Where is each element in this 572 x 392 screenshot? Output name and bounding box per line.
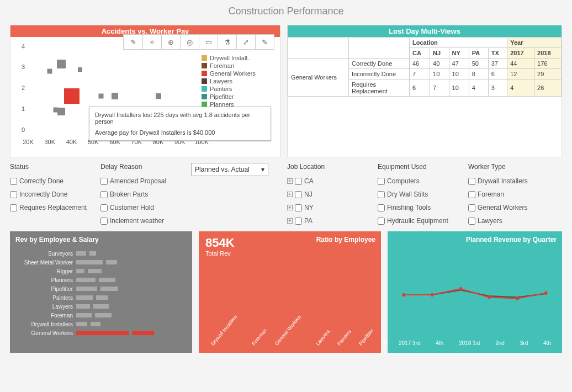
planned-rev-title: Planned Revenue by Quarter (466, 236, 557, 243)
multiview-title: Lost Day Multi-Views (288, 25, 562, 37)
jobloc-header: Job Location (287, 163, 370, 171)
expand-icon[interactable]: ⤢ (236, 35, 255, 49)
scatter-panel: Accidents vs. Worker Pay ✎ ✧ ⊕ ◎ ▭ ⚗ ⤢ ✎… (10, 25, 280, 157)
scatter-point[interactable] (47, 69, 52, 74)
multiview-panel: Lost Day Multi-Views Location Year CANJN… (287, 25, 562, 157)
status-checkbox[interactable]: Incorrectly Done (10, 190, 93, 198)
jobloc-item[interactable]: +NJ (287, 190, 370, 198)
planned-rev-tile: Planned Revenue by Quarter 2017 3rd4th20… (388, 231, 562, 353)
equip-header: Equipment Used (378, 163, 460, 171)
chevron-down-icon: ▾ (261, 166, 264, 173)
jobloc-item[interactable]: +CA (287, 177, 370, 185)
status-header: Status (10, 163, 93, 171)
svg-point-2 (459, 287, 462, 291)
delay-header: Delay Reason (100, 163, 183, 171)
svg-point-3 (488, 295, 491, 299)
svg-point-4 (516, 296, 520, 300)
jobloc-item[interactable]: +NY (287, 204, 370, 211)
worker-checkbox[interactable]: Lawyers (468, 217, 551, 225)
equip-checkbox[interactable]: Finishing Tools (378, 204, 460, 211)
scatter-y-axis: 0 1 2 3 4 (14, 41, 27, 136)
delay-checkbox[interactable]: Inclement weather (100, 217, 183, 225)
metric-dropdown[interactable]: Planned vs. Actual▾ (191, 163, 268, 176)
ratio-tile: 854K Total Rev Ratio by Employee Drywall… (199, 231, 381, 353)
ratio-title: Ratio by Employee (316, 236, 375, 243)
delay-checkbox[interactable]: Broken Parts (100, 190, 183, 198)
scatter-plot[interactable]: 0 1 2 3 4 (14, 41, 202, 147)
scatter-point[interactable] (57, 60, 66, 68)
worker-checkbox[interactable]: Drywall Installers (468, 177, 551, 185)
scatter-point[interactable] (57, 108, 65, 115)
status-checkbox[interactable]: Correctly Done (10, 177, 93, 185)
equip-checkbox[interactable]: Hydraulic Equipment (378, 217, 460, 225)
svg-point-0 (402, 293, 405, 297)
worker-checkbox[interactable]: General Workers (468, 204, 551, 211)
multiview-table: Location Year CANJNYPATX 20172018 Genera… (288, 37, 562, 97)
equip-checkbox[interactable]: Dry Wall Stilts (378, 190, 460, 198)
scatter-point[interactable] (98, 93, 103, 98)
scatter-point[interactable] (156, 93, 161, 99)
jobloc-item[interactable]: +PA (287, 217, 370, 225)
edit-icon[interactable]: ✎ (255, 35, 274, 49)
equip-checkbox[interactable]: Computers (378, 177, 460, 185)
svg-point-5 (544, 292, 548, 295)
ratio-chart[interactable]: Drywall Installers Foreman General Worke… (205, 270, 374, 347)
planned-rev-chart[interactable] (399, 259, 551, 331)
worker-header: Worker Type (468, 163, 551, 171)
flask-icon[interactable]: ⚗ (218, 35, 236, 49)
delay-checkbox[interactable]: Customer Hold (100, 204, 183, 211)
planned-rev-xaxis: 2017 3rd4th2018 1st 2nd3rd4th (399, 340, 551, 346)
scatter-tooltip: Drywall Installers lost 225 days with av… (89, 107, 271, 141)
worker-checkbox[interactable]: Foreman (468, 190, 551, 198)
kpi-block: 854K Total Rev (205, 236, 235, 257)
delay-checkbox[interactable]: Amended Proposal (100, 177, 183, 185)
select-icon[interactable]: ▭ (199, 35, 218, 49)
scatter-point[interactable] (78, 67, 82, 72)
rev-salary-tile: Rev by Employee & Salary Surveyors Sheet… (10, 231, 192, 353)
svg-point-1 (431, 293, 434, 297)
page-title: Construction Performance (0, 0, 572, 25)
status-checkbox[interactable]: Requires Replacement (10, 204, 93, 211)
scatter-point[interactable] (112, 93, 118, 99)
table-row[interactable]: General Workers Correctly Done 464047503… (288, 59, 562, 69)
filter-bar: Status Correctly Done Incorrectly Done R… (0, 157, 572, 228)
rev-salary-chart[interactable]: Surveyors Sheet Metal Worker Rigger Plan… (14, 249, 188, 337)
rev-salary-title: Rev by Employee & Salary (15, 236, 99, 243)
scatter-point-general-workers[interactable] (64, 88, 80, 104)
